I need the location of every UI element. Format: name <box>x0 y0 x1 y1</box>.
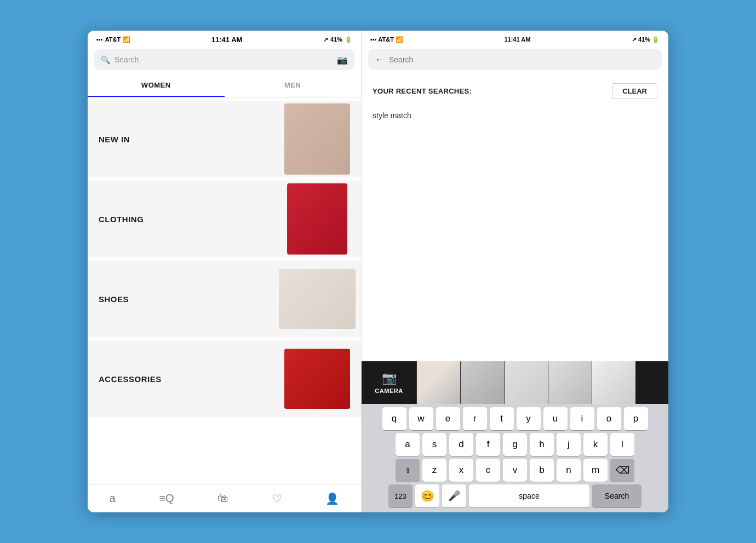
battery-icon: 🔋 <box>345 36 352 43</box>
signal-icon: ▪▪▪ <box>96 36 103 43</box>
right-battery-info: ↗ 41% 🔋 <box>632 36 660 43</box>
key-j[interactable]: j <box>557 433 581 456</box>
key-v[interactable]: v <box>503 459 527 482</box>
tab-men[interactable]: MEN <box>225 74 362 97</box>
recent-header: YOUR RECENT SEARCHES: CLEAR <box>373 83 657 99</box>
left-battery-info: ↗ 41% 🔋 <box>323 36 352 43</box>
category-accessories[interactable]: ACCESSORIES <box>88 340 361 417</box>
key-emoji[interactable]: 😊 <box>415 484 439 507</box>
category-shoes[interactable]: SHOES <box>88 261 361 337</box>
tab-women[interactable]: WOMEN <box>88 74 225 97</box>
nav-wishlist-icon[interactable]: ♡ <box>272 492 282 505</box>
left-time: 11:41 AM <box>211 36 243 44</box>
key-shift[interactable]: ⇧ <box>396 459 420 482</box>
category-shoes-label: SHOES <box>88 294 129 304</box>
photo-thumb-2[interactable] <box>460 361 504 404</box>
key-h[interactable]: h <box>530 433 554 456</box>
key-u[interactable]: u <box>543 407 568 430</box>
category-new-in[interactable]: NEW IN <box>88 101 361 177</box>
key-search[interactable]: Search <box>592 484 642 507</box>
category-list: NEW IN CLOTHING SHOES ACCESSORIES <box>88 97 361 484</box>
left-search-placeholder: Search <box>114 55 333 64</box>
nav-bag-icon[interactable]: 🛍 <box>217 492 228 505</box>
camera-tile-label: CAMERA <box>375 388 403 394</box>
accessories-figure <box>284 349 350 409</box>
recent-search-item[interactable]: style match <box>373 108 657 123</box>
nav-search-icon[interactable]: ≡Q <box>159 492 174 505</box>
right-carrier-label: AT&T <box>378 36 394 43</box>
keyboard-row-2: a s d f g h j k l <box>364 433 666 456</box>
key-x[interactable]: x <box>449 459 473 482</box>
key-s[interactable]: s <box>422 433 446 456</box>
search-input[interactable] <box>389 55 655 64</box>
right-battery-label: 41% <box>638 36 650 43</box>
key-m[interactable]: m <box>583 459 608 482</box>
image-picker-row: 📷 CAMERA <box>362 361 668 404</box>
key-o[interactable]: o <box>597 407 621 430</box>
key-space[interactable]: space <box>469 484 589 507</box>
location-icon: ↗ <box>323 36 328 43</box>
camera-tile[interactable]: 📷 CAMERA <box>362 361 416 404</box>
category-new-in-label: NEW IN <box>88 135 130 144</box>
key-c[interactable]: c <box>476 459 500 482</box>
back-arrow-icon[interactable]: ← <box>375 54 385 66</box>
key-z[interactable]: z <box>422 459 446 482</box>
key-y[interactable]: y <box>517 407 541 430</box>
bottom-nav: a ≡Q 🛍 ♡ 👤 <box>88 484 361 512</box>
phone-container: ▪▪▪ AT&T 📶 11:41 AM ↗ 41% 🔋 🔍 Search 📷 W… <box>88 31 668 512</box>
photo-thumb-4[interactable] <box>548 361 592 404</box>
shoes-figure <box>279 269 356 329</box>
category-clothing[interactable]: CLOTHING <box>88 181 361 257</box>
wifi-icon: 📶 <box>123 36 130 43</box>
keyboard: q w e r t y u i o p a s d f g h j k <box>362 404 668 512</box>
right-location-icon: ↗ <box>632 36 637 43</box>
key-q[interactable]: q <box>382 407 406 430</box>
battery-label: 41% <box>330 36 342 43</box>
key-l[interactable]: l <box>610 433 634 456</box>
key-f[interactable]: f <box>476 433 500 456</box>
category-clothing-image <box>273 181 361 257</box>
category-shoes-image <box>273 261 361 337</box>
clear-button[interactable]: CLEAR <box>612 83 657 99</box>
new-in-figure <box>284 103 350 175</box>
photo-thumb-5[interactable] <box>592 361 635 404</box>
photo-thumb-3[interactable] <box>504 361 548 404</box>
key-b[interactable]: b <box>530 459 554 482</box>
tabs-row: WOMEN MEN <box>88 74 361 97</box>
photo-thumb-1[interactable] <box>416 361 460 404</box>
key-r[interactable]: r <box>463 407 487 430</box>
key-w[interactable]: w <box>409 407 433 430</box>
category-clothing-label: CLOTHING <box>88 215 144 224</box>
recent-searches-title: YOUR RECENT SEARCHES: <box>373 87 472 95</box>
key-g[interactable]: g <box>503 433 527 456</box>
right-battery-icon: 🔋 <box>652 36 660 43</box>
key-123[interactable]: 123 <box>388 484 413 507</box>
right-panel: ▪▪▪ AT&T 📶 11:41 AM ↗ 41% 🔋 ← YOUR RECEN… <box>362 31 668 512</box>
key-t[interactable]: t <box>490 407 514 430</box>
right-carrier-info: ▪▪▪ AT&T 📶 <box>370 36 403 43</box>
key-delete[interactable]: ⌫ <box>610 459 634 482</box>
key-k[interactable]: k <box>583 433 608 456</box>
key-mic[interactable]: 🎤 <box>442 484 466 507</box>
left-panel: ▪▪▪ AT&T 📶 11:41 AM ↗ 41% 🔋 🔍 Search 📷 W… <box>88 31 362 512</box>
right-signal-icon: ▪▪▪ <box>370 36 377 43</box>
key-a[interactable]: a <box>396 433 420 456</box>
key-n[interactable]: n <box>557 459 581 482</box>
key-d[interactable]: d <box>449 433 473 456</box>
key-p[interactable]: p <box>624 407 648 430</box>
right-wifi-icon: 📶 <box>396 36 403 43</box>
carrier-label: AT&T <box>105 36 121 43</box>
camera-search-button[interactable]: 📷 <box>337 55 348 65</box>
camera-tile-icon: 📷 <box>382 371 397 385</box>
category-accessories-label: ACCESSORIES <box>88 374 162 384</box>
left-status-bar: ▪▪▪ AT&T 📶 11:41 AM ↗ 41% 🔋 <box>88 31 361 46</box>
nav-home-icon[interactable]: a <box>110 492 116 505</box>
nav-account-icon[interactable]: 👤 <box>325 492 339 505</box>
right-search-bar[interactable]: ← <box>368 49 662 70</box>
key-e[interactable]: e <box>436 407 460 430</box>
key-i[interactable]: i <box>570 407 594 430</box>
right-time: 11:41 AM <box>504 36 530 43</box>
keyboard-row-3: ⇧ z x c v b n m ⌫ <box>364 459 666 482</box>
keyboard-row-4: 123 😊 🎤 space Search <box>364 484 666 507</box>
left-search-bar[interactable]: 🔍 Search 📷 <box>94 49 354 70</box>
